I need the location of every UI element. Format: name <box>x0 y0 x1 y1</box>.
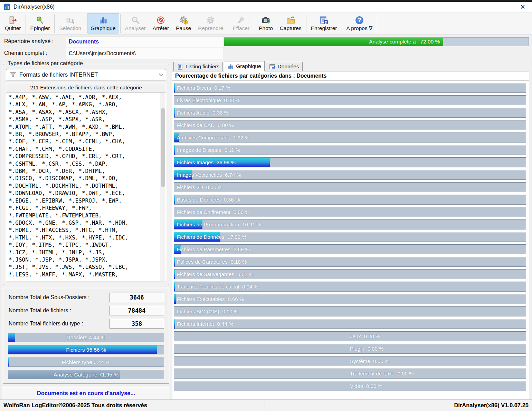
chart-bar-value: 0.18 % <box>231 259 247 265</box>
toolbar-button-exit[interactable]: Quitter <box>1 13 25 33</box>
toolbar-button-help[interactable]: A propos ∇ <box>343 13 376 33</box>
right-panel: Listing fichiersGraphiqueDonnées Pourcen… <box>172 61 529 399</box>
total-label: Nombre Total de Sous-Dossiers : <box>6 294 110 301</box>
chart-bar-text: Fichiers Images36.99 % <box>174 158 526 167</box>
folder-arrow-icon <box>286 16 295 25</box>
chart-bar-category: Fichiers de Paramètres <box>177 246 230 252</box>
total-value: 78484 <box>110 306 164 315</box>
close-button[interactable]: × <box>517 3 529 11</box>
analyzed-dir-label: Répertoire analysé : <box>4 38 54 45</box>
extensions-scrollbar-thumb[interactable] <box>161 108 165 187</box>
search-icon <box>131 16 140 25</box>
gear-icon <box>206 16 215 25</box>
toolbar-button-label: Captures <box>280 25 302 31</box>
toolbar-button-label: Effacer <box>232 25 249 31</box>
toolbar-separator <box>120 14 121 33</box>
toolbar-button-folder-arrow[interactable]: Captures <box>276 13 305 33</box>
selection-icon <box>66 16 75 25</box>
toolbar-button-camera[interactable]: Photo <box>255 13 276 33</box>
extensions-listbox[interactable]: *.A4P, *.A5W, *.AAE, *.ADR, *.AEX,*.ALX,… <box>6 92 166 282</box>
main-area: Types de fichiers par catégorie Formats … <box>0 59 532 399</box>
chart-bar-value: 0.00 % <box>222 309 239 314</box>
tab-label: Graphique <box>236 63 261 69</box>
toolbar-button-label: Pause <box>176 25 191 31</box>
filter-funnel-icon <box>9 71 17 78</box>
chart-bar-value: 0.66 % <box>228 296 244 302</box>
extensions-line: *.ATOM, *.ATT, *.AWM, *.AXD, *.BML, <box>9 123 159 130</box>
toolbar-button-save[interactable]: Enregistrer <box>307 13 341 33</box>
toolbar-button-pin[interactable]: Epingler <box>27 13 54 33</box>
tab-data[interactable]: Données <box>266 62 303 71</box>
category-dropdown[interactable]: Formats de fichiers INTERNET <box>6 69 166 80</box>
extensions-line: *.CHAT, *.CHM, *.CODASITE, <box>9 145 159 153</box>
chart-bar-row: Fichiers de Paramètres2.69 % <box>174 244 526 254</box>
chart-bar-row: Fichiers Audio0.38 % <box>174 108 526 118</box>
toolbar-button-stop[interactable]: Arrêter <box>149 13 172 33</box>
total-row: Nombre Total de Sous-Dossiers :3646 <box>6 292 166 303</box>
tab-label: Données <box>278 63 299 70</box>
extensions-line: *.EDGE, *.EPIBRW, *.ESPROJ, *.EWP, <box>9 197 159 204</box>
chart-bar-row: Bases de Données0.36 % <box>174 195 526 205</box>
toolbar-button-brush: Effacer <box>229 13 253 33</box>
chart-bar-category: Archives Compressées <box>177 135 230 140</box>
tab-doc[interactable]: Listing fichiers <box>173 62 223 71</box>
left-panel: Types de fichiers par catégorie Formats … <box>3 61 169 399</box>
chart-bar-category: Bases de Données <box>177 197 221 203</box>
data-icon <box>269 63 276 70</box>
total-label: Nombre Total de fichiers : <box>6 307 110 314</box>
chart-bar-row: Plugin0.00 % <box>174 344 526 354</box>
chart-bar-text: Bases de Données0.36 % <box>174 195 526 204</box>
toolbar-button-label: Epingler <box>30 25 50 31</box>
toolbar-button-gear: Reprendre <box>194 13 227 33</box>
chart-bar-category: Tableurs, Feuilles de calcul <box>177 284 239 290</box>
analysis-status-note: Documents est en cours d'analyse... <box>3 387 169 399</box>
chart-bar-value: 0.00 % <box>206 184 222 190</box>
toolbar-button-gear-warn[interactable]: Pause <box>172 13 194 33</box>
chart-bar-category: Jeux <box>350 333 361 339</box>
camera-icon <box>261 16 270 25</box>
chart-bar-row: Fichiers Divers0.17 % <box>174 83 526 93</box>
chart-bar-row: Fichiers de Programmation10.91 % <box>174 219 526 229</box>
chart-bar-text: Fichiers SIG (GIS)0.00 % <box>174 307 526 316</box>
chart-bar-category: Fichiers de Sauvegardes <box>177 271 234 277</box>
chart-bar-category: Fichiers Exécutables <box>177 296 225 302</box>
toolbar-separator <box>342 14 342 33</box>
toolbar-button-chart[interactable]: Graphique <box>87 13 119 33</box>
chart-bar-text: Fichiers de Données17.92 % <box>174 232 526 242</box>
chart-bar-text: Fichiers de Programmation10.91 % <box>174 220 526 229</box>
toolbar-separator <box>377 14 377 33</box>
chart-bar-row: Fichiers de CAD0.00 % <box>174 120 526 130</box>
chart-bar-row: Images Vectorielles6.74 % <box>174 170 526 180</box>
chart-bar-category: Vidéo <box>350 383 363 389</box>
chart-bar-row: Fichiers de Chiffrement0.00 % <box>174 207 526 217</box>
save-icon <box>319 16 329 25</box>
analyzed-dir-field: Documents <box>66 36 224 47</box>
toolbar-button-label: Analyser <box>125 25 146 31</box>
chart-bar-category: Fichiers Internet <box>177 321 214 327</box>
left-progress-bars: Dossiers 4.44 %Fichiers 95.56 %Fichiers … <box>6 333 166 379</box>
extensions-text: *.A4P, *.A5W, *.AAE, *.ADR, *.AEX,*.ALX,… <box>9 94 159 278</box>
extensions-line: *.ALX, *.AN, *.AP, *.APKG, *.ARO, <box>9 101 159 108</box>
tab-chart[interactable]: Graphique <box>224 61 264 71</box>
stats-box: Nombre Total de Sous-Dossiers :3646Nombr… <box>3 288 169 384</box>
extensions-line: *.ASA, *.ASAX, *.ASCX, *.ASHX, <box>9 108 159 116</box>
chart-bar-value: 0.36 % <box>224 197 240 203</box>
chart-bar-category: Fichiers SIG (GIS) <box>177 309 219 314</box>
chart-bar-row: Images de Disques0.11 % <box>174 145 526 155</box>
toolbar-button-label: Graphique <box>91 25 115 31</box>
statusbar-version: DirAnalyser(x86) V1.0.07.25 <box>454 402 529 409</box>
analysis-progress-fill: Analyse complète à : 72.00 % <box>224 38 443 46</box>
chart-bar-category: Plugin <box>350 346 364 352</box>
chart-bar-text: Fichiers Audio0.38 % <box>174 108 526 117</box>
chart-bar-text: Images Vectorielles6.74 % <box>174 170 526 179</box>
toolbar-button-label: Enregistrer <box>311 25 337 31</box>
brush-icon <box>236 16 246 25</box>
pin-icon <box>35 16 45 25</box>
extensions-scrollbar[interactable] <box>160 93 165 281</box>
tab-label: Listing fichiers <box>186 63 219 70</box>
chart-bar-text: Fichiers de Paramètres2.69 % <box>174 245 526 254</box>
chart-bar-value: 6.74 % <box>225 172 241 178</box>
left-bar-ratio: Fichiers type 0.44 % <box>8 358 164 367</box>
file-types-groupbox: Types de fichiers par catégorie Formats … <box>3 64 169 285</box>
toolbar-button-label: Photo <box>259 25 273 31</box>
